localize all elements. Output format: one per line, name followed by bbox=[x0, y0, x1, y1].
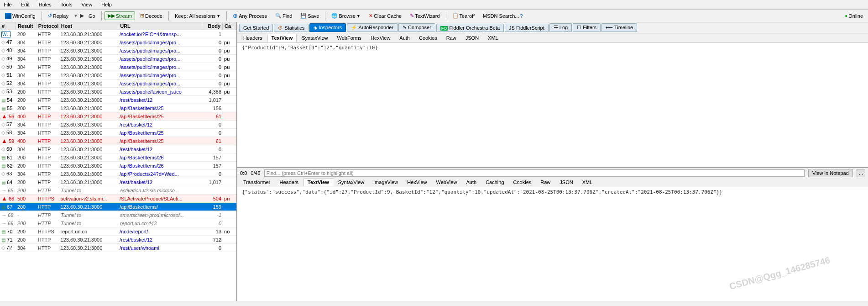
table-row[interactable]: ▤ 70 200 HTTPS report.url.cn /node/repor… bbox=[0, 227, 236, 236]
find-input[interactable] bbox=[264, 169, 805, 177]
table-row[interactable]: → 65 200 HTTP Tunnel to activation-v2.sl… bbox=[0, 186, 236, 195]
request-tab-json[interactable]: JSON bbox=[461, 34, 483, 42]
inspector-tab-log[interactable]: ☰ Log bbox=[549, 23, 572, 32]
table-row[interactable]: ◇ 63 304 HTTP 123.60.30.21:3000 /api/Pro… bbox=[0, 170, 236, 178]
table-row[interactable]: ◇ 57 304 HTTP 123.60.30.21:3000 /rest/ba… bbox=[0, 121, 236, 129]
table-row[interactable]: ◇ 72 304 HTTP 123.60.30.21:3000 /rest/us… bbox=[0, 244, 236, 252]
response-tab-syntaxview[interactable]: SyntaxView bbox=[334, 178, 368, 186]
table-row[interactable]: ◇ 49 304 HTTP 123.60.30.21:3000 /assets/… bbox=[0, 55, 236, 63]
col-header-url[interactable]: URL bbox=[118, 22, 202, 30]
request-tab-headers[interactable]: Headers bbox=[239, 34, 267, 42]
table-row[interactable]: ◇ 50 304 HTTP 123.60.30.21:3000 /assets/… bbox=[0, 63, 236, 71]
tearoff-button[interactable]: 📋 Tearoff bbox=[449, 11, 478, 20]
cell-host: 123.60.30.21:3000 bbox=[59, 245, 118, 251]
response-tab-webview[interactable]: WebView bbox=[432, 178, 461, 186]
inspector-tab-fiddler-orchestra-beta[interactable]: FO Fiddler Orchestra Beta bbox=[436, 24, 504, 32]
col-header-num[interactable]: # bbox=[0, 22, 16, 30]
browse-button[interactable]: 🌐 Browse ▼ bbox=[328, 11, 364, 20]
table-row[interactable]: ▤ 61 200 HTTP 123.60.30.21:3000 /api/Bas… bbox=[0, 153, 236, 162]
inspector-tab-inspectors[interactable]: ◈ Inspectors bbox=[309, 23, 346, 32]
response-tab-hexview[interactable]: HexView bbox=[403, 178, 431, 186]
request-tab-auth[interactable]: Auth bbox=[395, 34, 414, 42]
table-row[interactable]: ▲ 59 400 HTTP 123.60.30.21:3000 /api/Bas… bbox=[0, 137, 236, 145]
view-notepad-button[interactable]: View in Notepad bbox=[808, 169, 853, 177]
winconfig-button[interactable]: WinConfig bbox=[2, 11, 39, 21]
go-button[interactable]: Go bbox=[85, 12, 99, 20]
response-tab-transformer[interactable]: Transformer bbox=[239, 178, 275, 186]
request-tab-xml[interactable]: XML bbox=[484, 34, 502, 42]
inspector-tab-timeline[interactable]: ⟵ Timeline bbox=[601, 23, 637, 32]
cell-body bbox=[202, 190, 223, 191]
request-tab-hexview[interactable]: HexView bbox=[366, 34, 394, 42]
inspector-tab-autoresponder[interactable]: ⚡ AutoResponder bbox=[347, 23, 397, 32]
table-row[interactable]: ◇ 60 304 HTTP 123.60.30.21:3000 /rest/ba… bbox=[0, 145, 236, 153]
col-header-host[interactable]: Host bbox=[59, 22, 118, 30]
inspector-tab-filters[interactable]: ☐ Filters bbox=[573, 23, 601, 32]
table-row[interactable]: ◇ 53 200 HTTP 123.60.30.21:3000 /assets/… bbox=[0, 88, 236, 96]
col-header-body[interactable]: Body bbox=[202, 22, 223, 30]
table-row[interactable]: ▲ 66 500 HTTPS activation-v2.sls.mi... /… bbox=[0, 195, 236, 203]
table-row[interactable]: ▤ 55 200 HTTP 123.60.30.21:3000 /api/Bas… bbox=[0, 104, 236, 112]
count-indicator: 0/45 bbox=[251, 170, 260, 176]
response-tab-headers[interactable]: Headers bbox=[276, 178, 303, 186]
response-tab-json[interactable]: JSON bbox=[555, 178, 577, 186]
cell-body: 0 bbox=[202, 39, 223, 46]
clear-cache-button[interactable]: ✕ Clear Cache bbox=[366, 11, 405, 20]
table-row[interactable]: ▤ 71 200 HTTP 123.60.30.21:3000 /rest/ba… bbox=[0, 236, 236, 244]
response-tab-raw[interactable]: Raw bbox=[536, 178, 554, 186]
inspector-tab-statistics[interactable]: ⏱ Statistics bbox=[274, 24, 309, 32]
table-row[interactable]: ▤ 54 200 HTTP 123.60.30.21:3000 /rest/ba… bbox=[0, 96, 236, 104]
any-process-button[interactable]: ⊕ Any Process bbox=[230, 11, 270, 21]
request-tab-syntaxview[interactable]: SyntaxView bbox=[298, 34, 332, 42]
cell-result: 304 bbox=[16, 72, 37, 79]
table-row[interactable]: ◇ 47 304 HTTP 123.60.30.21:3000 /assets/… bbox=[0, 38, 236, 47]
inspector-tab-composer[interactable]: ✎ Composer bbox=[398, 23, 435, 32]
table-row[interactable]: ◇ 51 304 HTTP 123.60.30.21:3000 /assets/… bbox=[0, 71, 236, 79]
replay-dropdown[interactable]: ▼ bbox=[73, 13, 78, 18]
find-button[interactable]: 🔍 Find bbox=[272, 11, 295, 20]
request-tab-raw[interactable]: Raw bbox=[442, 34, 460, 42]
more-button[interactable]: ... bbox=[857, 169, 865, 177]
text-wizard-button[interactable]: ✎ TextWizard bbox=[407, 11, 443, 20]
save-button[interactable]: 💾 Save bbox=[297, 11, 322, 20]
table-row[interactable]: ◇ 58 304 HTTP 123.60.30.21:3000 /api/Bas… bbox=[0, 129, 236, 137]
table-row[interactable]: → 68 - HTTP Tunnel to smartscreen-prod.m… bbox=[0, 211, 236, 219]
decode-button[interactable]: ⊞ Decode bbox=[137, 11, 166, 20]
menu-help[interactable]: Help bbox=[99, 1, 114, 8]
tunnel-icon: → bbox=[1, 221, 6, 226]
table-row[interactable]: WS 46 200 HTTP 123.60.30.21:3000 /socket… bbox=[0, 30, 236, 38]
response-tab-textview[interactable]: TextView bbox=[303, 178, 333, 186]
col-header-protocol[interactable]: Protocol bbox=[37, 22, 59, 30]
response-tab-auth[interactable]: Auth bbox=[462, 178, 481, 186]
table-row[interactable]: ▤ 67 200 HTTP 123.60.30.21:3000 /api/Bas… bbox=[0, 203, 236, 211]
request-tab-webforms[interactable]: WebForms bbox=[333, 34, 366, 42]
table-row[interactable]: ▤ 62 200 HTTP 123.60.30.21:3000 /api/Bas… bbox=[0, 162, 236, 170]
table-row[interactable]: ◇ 48 304 HTTP 123.60.30.21:3000 /assets/… bbox=[0, 47, 236, 55]
menu-rules[interactable]: Rules bbox=[37, 1, 53, 8]
response-tab-imageview[interactable]: ImageView bbox=[369, 178, 402, 186]
request-tab-textview[interactable]: TextView bbox=[267, 34, 297, 42]
menu-tools[interactable]: Tools bbox=[59, 1, 74, 8]
menu-file[interactable]: File bbox=[2, 1, 14, 8]
response-tab-caching[interactable]: Caching bbox=[481, 178, 508, 186]
col-header-ca[interactable]: Ca bbox=[223, 22, 236, 30]
response-tab-cookies[interactable]: Cookies bbox=[509, 178, 536, 186]
table-row[interactable]: ◇ 52 304 HTTP 123.60.30.21:3000 /assets/… bbox=[0, 79, 236, 88]
stream-button[interactable]: ▶▶ Stream bbox=[105, 11, 135, 20]
response-tab-xml[interactable]: XML bbox=[578, 178, 597, 186]
inspector-tab-fiddlerscript[interactable]: JS FiddlerScript bbox=[505, 24, 549, 32]
menu-edit[interactable]: Edit bbox=[19, 1, 31, 8]
inspector-tab-get-started[interactable]: Get Started bbox=[239, 24, 273, 32]
cell-ca bbox=[223, 190, 236, 191]
keep-sessions-button[interactable]: Keep: All sessions ▼ bbox=[172, 12, 224, 20]
table-row[interactable]: → 69 200 HTTP Tunnel to report.url.cn:44… bbox=[0, 219, 236, 227]
cell-url: /api/BasketItems/26 bbox=[118, 154, 202, 161]
col-header-result[interactable]: Result bbox=[16, 22, 37, 30]
request-tab-cookies[interactable]: Cookies bbox=[415, 34, 441, 42]
msdn-search-button[interactable]: MSDN Search... ? bbox=[480, 12, 526, 20]
table-row[interactable]: ▲ 56 400 HTTP 123.60.30.21:3000 /api/Bas… bbox=[0, 112, 236, 121]
menu-view[interactable]: View bbox=[80, 1, 94, 8]
replay-button[interactable]: ↺ Replay bbox=[45, 11, 72, 20]
table-row[interactable]: ▤ 64 200 HTTP 123.60.30.21:3000 /rest/ba… bbox=[0, 178, 236, 186]
online-button[interactable]: ● Online bbox=[842, 12, 866, 20]
